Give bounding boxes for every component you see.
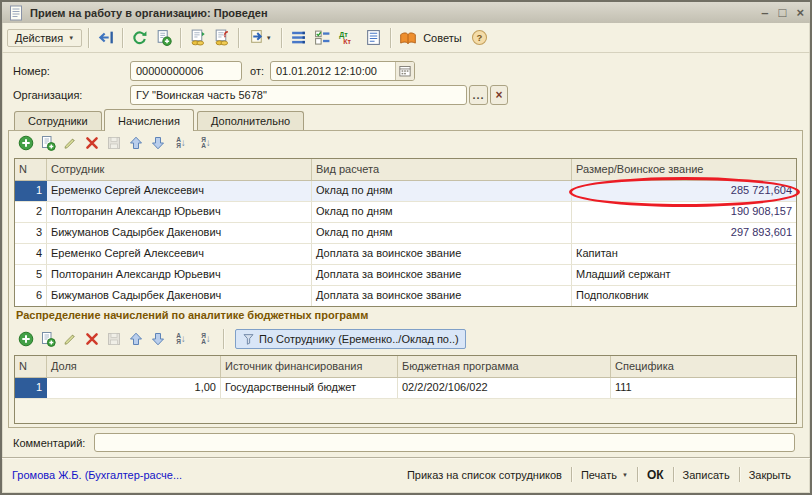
column-header-program[interactable]: Бюджетная программа [398,356,611,377]
list-settings-icon[interactable] [288,27,309,48]
cell-employee[interactable]: Еременко Сергей Алексеевич [47,181,312,201]
organization-clear-button[interactable]: × [490,85,508,105]
table-row[interactable]: 3 Бижуманов Садырбек Дакенович Оклад по … [15,223,796,244]
cell-rank[interactable]: Подполковник [572,286,796,306]
minimize-icon[interactable]: – [761,6,768,20]
close-icon[interactable]: × [796,6,804,20]
delete-icon[interactable] [82,133,101,153]
sort-desc-icon[interactable]: ЯА ↓ [195,133,217,153]
column-header-n[interactable]: N [15,356,47,377]
cell-calc-type[interactable]: Оклад по дням [312,181,572,201]
add-copy-icon[interactable] [38,133,57,153]
tips-icon[interactable] [397,27,418,48]
cell-calc-type[interactable]: Доплата за воинское звание [312,265,572,285]
row-number: 4 [15,244,47,264]
organization-select-button[interactable]: ... [469,85,488,105]
checkbox-list-icon[interactable] [312,27,333,48]
column-header-n[interactable]: N [15,159,47,180]
date-label: от: [250,65,264,77]
table-row[interactable]: 5 Полторанин Александр Юрьевич Доплата з… [15,265,796,286]
cell-program[interactable]: 02/2/202/106/022 [398,378,611,398]
cell-calc-type[interactable]: Оклад по дням [312,202,572,222]
maximize-icon[interactable]: □ [779,6,787,20]
move-down-icon[interactable] [148,133,167,153]
table-row[interactable]: 6 Бижуманов Садырбек Дакенович Доплата з… [15,286,796,306]
row-number: 2 [15,202,47,222]
cell-employee[interactable]: Полторанин Александр Юрьевич [47,265,312,285]
cell-share[interactable]: 1,00 [47,378,221,398]
close-button[interactable]: Закрыть [740,469,800,481]
number-field[interactable]: 00000000006 [130,61,242,81]
order-list-button[interactable]: Приказ на список сотрудников [398,469,571,481]
unpost-document-icon[interactable] [211,27,232,48]
column-header-source[interactable]: Источник финансирования [221,356,398,377]
ok-button[interactable]: ОК [638,468,673,482]
print-button[interactable]: Печать ▼ [572,469,637,481]
edit-icon[interactable] [60,133,79,153]
save-button[interactable]: Записать [674,469,739,481]
actions-button[interactable]: Действия ▼ [7,29,82,47]
column-header-share[interactable]: Доля [47,356,221,377]
post-document-icon[interactable] [187,27,208,48]
table-row[interactable]: 2 Полторанин Александр Юрьевич Оклад по … [15,202,796,223]
actions-button-label: Действия [15,32,63,44]
cell-value[interactable]: 285 721,604 [572,181,796,201]
table-row[interactable]: 1 1,00 Государственный бюджет 02/2/202/1… [15,378,796,399]
cell-calc-type[interactable]: Оклад по дням [312,223,572,243]
move-up-icon[interactable] [126,133,145,153]
add-icon[interactable] [16,133,35,153]
column-header-specifics[interactable]: Специфика [611,356,796,377]
column-header-employee[interactable]: Сотрудник [47,159,312,180]
comment-input[interactable] [94,433,795,452]
window-title: Прием на работу в организацию: Проведен [30,7,268,19]
table-row[interactable]: 4 Еременко Сергей Алексеевич Доплата за … [15,244,796,265]
calendar-icon[interactable] [395,62,414,80]
add-copy-icon[interactable] [38,329,57,349]
distribution-grid-toolbar: АЯ ↓ ЯА ↓ По Сотруднику (Еременко../Окла… [16,329,466,349]
column-header-calc-type[interactable]: Вид расчета [312,159,572,180]
save-button-label: Записать [683,469,730,481]
close-button-label: Закрыть [749,469,791,481]
date-field[interactable]: 01.01.2012 12:10:00 [270,61,415,81]
tips-label[interactable]: Советы [423,32,461,44]
debit-credit-icon[interactable]: Дт Кт [336,27,360,48]
cell-specifics[interactable]: 111 [611,378,796,398]
cell-rank[interactable]: Капитан [572,244,796,264]
cell-calc-type[interactable]: Доплата за воинское звание [312,286,572,306]
cell-value[interactable]: 190 908,157 [572,202,796,222]
table-row[interactable]: 1 Еременко Сергей Алексеевич Оклад по дн… [15,181,796,202]
filter-by-employee-button[interactable]: По Сотруднику (Еременко../Оклад по..) [235,329,466,349]
go-to-icon[interactable]: ▼ [245,27,275,48]
sort-asc-icon[interactable]: АЯ ↓ [170,329,192,349]
cell-employee[interactable]: Полторанин Александр Юрьевич [47,202,312,222]
column-header-value[interactable]: Размер/Воинское звание [572,159,796,180]
report-icon[interactable] [363,27,384,48]
sort-arrow: ↓ [181,138,186,148]
organization-field[interactable]: ГУ "Воинская часть 5678" [130,85,467,105]
sort-desc-icon[interactable]: ЯА ↓ [195,329,217,349]
refresh-icon[interactable] [129,27,150,48]
edit-icon[interactable] [60,329,79,349]
organization-label: Организация: [13,89,82,101]
distribution-section-title: Распределение начислений по аналитике бю… [16,309,368,321]
move-up-icon[interactable] [126,329,145,349]
cell-employee[interactable]: Еременко Сергей Алексеевич [47,244,312,264]
sort-asc-icon[interactable]: АЯ ↓ [170,133,192,153]
save-close-icon[interactable] [95,27,116,48]
status-user: Громова Ж.Б. (Бухгалтер-расче... [12,469,182,481]
move-down-icon[interactable] [148,329,167,349]
cell-employee[interactable]: Бижуманов Садырбек Дакенович [47,223,312,243]
cell-rank[interactable]: Младший сержант [572,265,796,285]
help-icon[interactable]: ? [469,27,490,48]
delete-icon[interactable] [82,329,101,349]
tab-additional[interactable]: Дополнительно [197,111,304,130]
cell-employee[interactable]: Бижуманов Садырбек Дакенович [47,286,312,306]
cell-value[interactable]: 297 893,601 [572,223,796,243]
cell-calc-type[interactable]: Доплата за воинское звание [312,244,572,264]
cell-source[interactable]: Государственный бюджет [221,378,398,398]
tab-employees[interactable]: Сотрудники [14,111,102,130]
tab-accruals[interactable]: Начисления [104,109,194,131]
credit-label: Кт [343,38,351,45]
add-icon[interactable] [16,329,35,349]
copy-icon[interactable] [153,27,174,48]
